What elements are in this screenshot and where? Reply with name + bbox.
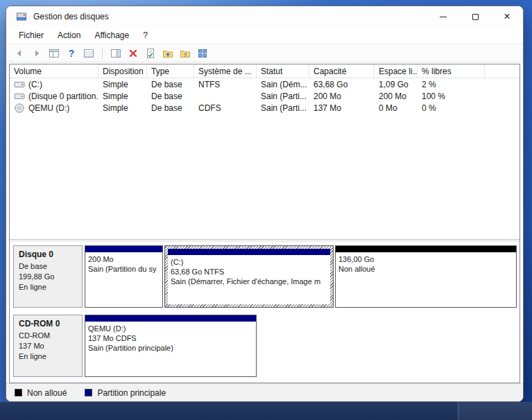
disk-row-0: Disque 0 De base 199,88 Go En ligne 200 … <box>13 245 516 308</box>
cell-status: Sain (Parti... <box>257 102 309 114</box>
cell-free-space: 1,09 Go <box>375 78 418 90</box>
cell-percent-free: 100 % <box>418 90 485 102</box>
disk-volume-icon <box>14 79 25 90</box>
toolbar: ? <box>6 44 523 62</box>
cell-type: De base <box>147 78 194 90</box>
cell-free-space: 200 Mo <box>375 90 418 102</box>
cell-disposition: Simple <box>98 102 147 114</box>
cell-capacity: 137 Mo <box>309 102 375 114</box>
disk-size: 199,88 Go <box>19 272 77 282</box>
volume-label: QEMU (D:) <box>28 103 69 113</box>
partition-qemu-d[interactable]: QEMU (D:) 137 Mo CDFS Sain (Partition pr… <box>85 315 257 377</box>
volume-list-header: Volume Disposition Type Système de ... S… <box>10 64 520 78</box>
column-header-volume[interactable]: Volume <box>10 64 98 78</box>
volume-label: (Disque 0 partition... <box>28 91 98 101</box>
action-pane-icon[interactable] <box>108 46 123 61</box>
cell-filesystem <box>194 90 257 102</box>
maximize-icon <box>472 14 479 20</box>
disk-status: En ligne <box>19 351 77 362</box>
cell-status: Sain (Parti... <box>257 90 309 102</box>
window-controls: × <box>427 6 523 27</box>
menu-action[interactable]: Action <box>51 28 87 42</box>
volume-row-qemu-d[interactable]: QEMU (D:) Simple De base CDFS Sain (Part… <box>10 102 520 114</box>
column-header-espace-libre[interactable]: Espace li... <box>375 64 418 78</box>
legend-swatch-primary <box>85 389 92 396</box>
cell-type: De base <box>147 102 194 114</box>
console-tree-icon[interactable] <box>46 46 62 61</box>
disk-type: CD-ROM <box>19 331 77 341</box>
console-pane: Volume Disposition Type Système de ... S… <box>9 64 520 383</box>
folder-up-icon[interactable] <box>160 46 175 61</box>
column-header-type[interactable]: Type <box>147 64 194 78</box>
cell-percent-free: 2 % <box>418 78 485 90</box>
cell-disposition: Simple <box>98 90 147 102</box>
partition-labels: (C:) 63,68 Go NTFS Sain (Démarrer, Fichi… <box>168 255 330 286</box>
help-icon[interactable]: ? <box>64 46 79 61</box>
cell-percent-free: 0 % <box>418 102 485 114</box>
disk-status: En ligne <box>19 282 77 292</box>
disk-name: CD-ROM 0 <box>19 319 77 329</box>
disk-management-window: Gestion des disques × Fichier Action Aff… <box>6 6 524 402</box>
disk-name: Disque 0 <box>19 250 77 259</box>
column-header-capacite[interactable]: Capacité <box>309 64 375 78</box>
list-view-icon[interactable] <box>81 46 96 61</box>
cdrom-volume-icon <box>14 103 25 114</box>
column-header-filesystem[interactable]: Système de ... <box>194 64 257 78</box>
menu-fichier[interactable]: Fichier <box>12 28 51 42</box>
menubar: Fichier Action Affichage ? <box>6 27 523 44</box>
volume-row-c[interactable]: (C:) Simple De base NTFS Sain (Dém... 63… <box>10 78 520 90</box>
maximize-button[interactable] <box>459 6 491 27</box>
system-tray-area[interactable] <box>458 402 532 420</box>
volume-cell: (C:) <box>10 78 98 90</box>
cell-free-space: 0 Mo <box>375 102 418 114</box>
disk-management-app-icon <box>16 11 27 22</box>
volume-list-pane: Volume Disposition Type Système de ... S… <box>10 64 520 239</box>
partition-unallocated[interactable]: 136,00 Go Non alloué <box>335 245 517 308</box>
disk0-partitions: 200 Mo Sain (Partition du sy (C:) 63,68 <box>85 245 517 308</box>
svg-text:?: ? <box>184 51 187 58</box>
column-header-statut[interactable]: Statut <box>257 64 309 78</box>
close-button[interactable]: × <box>491 6 523 27</box>
partition-labels: 200 Mo Sain (Partition du sy <box>85 252 162 274</box>
legend-label: Partition principale <box>97 388 166 398</box>
cdrom-panel[interactable]: CD-ROM 0 CD-ROM 137 Mo En ligne <box>13 315 83 377</box>
legend-swatch-unallocated <box>15 389 22 396</box>
cell-type: De base <box>147 90 194 102</box>
disk-volume-icon <box>14 91 25 102</box>
legend-unallocated: Non alloué <box>15 388 67 398</box>
close-icon: × <box>504 11 510 22</box>
back-icon[interactable] <box>12 46 27 61</box>
cell-filesystem: NTFS <box>194 78 257 90</box>
menu-help[interactable]: ? <box>136 28 155 42</box>
volume-row-system-partition[interactable]: (Disque 0 partition... Simple De base Sa… <box>10 90 520 102</box>
cell-disposition: Simple <box>98 78 147 90</box>
titlebar: Gestion des disques × <box>6 6 523 27</box>
partition-labels: QEMU (D:) 137 Mo CDFS Sain (Partition pr… <box>85 322 256 353</box>
window-title: Gestion des disques <box>33 12 109 21</box>
folder-help-icon[interactable]: ? <box>178 46 193 61</box>
partition-color-strip <box>168 249 330 255</box>
column-header-filler <box>485 64 520 78</box>
minimize-button[interactable] <box>427 6 459 27</box>
properties-check-icon[interactable] <box>143 46 158 61</box>
desktop: Gestion des disques × Fichier Action Aff… <box>0 0 532 420</box>
disk0-panel[interactable]: Disque 0 De base 199,88 Go En ligne <box>13 245 83 308</box>
disk-type: De base <box>19 261 77 272</box>
toolbar-separator <box>102 47 103 59</box>
legend-primary-partition: Partition principale <box>85 388 166 398</box>
delete-icon[interactable] <box>126 46 141 61</box>
partition-color-strip <box>336 246 516 252</box>
cell-filesystem: CDFS <box>194 102 257 114</box>
disk-row-cdrom: CD-ROM 0 CD-ROM 137 Mo En ligne QEMU (D:… <box>13 315 516 377</box>
column-header-pct-libres[interactable]: % libres <box>418 64 485 78</box>
partition-system-reserved[interactable]: 200 Mo Sain (Partition du sy <box>85 245 163 308</box>
taskbar[interactable] <box>0 402 532 420</box>
column-header-disposition[interactable]: Disposition <box>98 64 147 78</box>
partition-c-selected[interactable]: (C:) 63,68 Go NTFS Sain (Démarrer, Fichi… <box>164 245 334 308</box>
disk-size: 137 Mo <box>19 341 77 351</box>
grid-view-icon[interactable] <box>195 46 210 61</box>
legend-label: Non alloué <box>27 388 67 398</box>
partition-color-strip <box>85 315 256 322</box>
forward-icon[interactable] <box>29 46 44 61</box>
menu-affichage[interactable]: Affichage <box>87 28 136 42</box>
